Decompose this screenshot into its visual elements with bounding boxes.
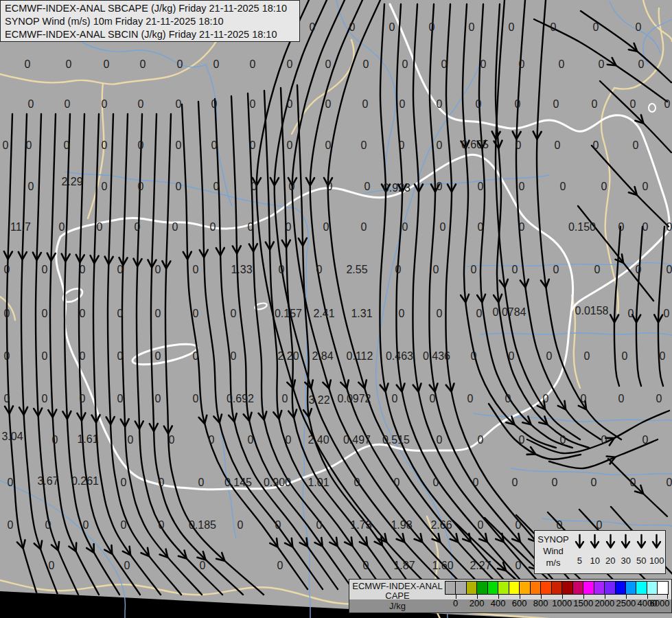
map-zero-label: 0 [80,308,86,319]
wind-legend-arrows [572,534,664,554]
map-zero-label: 0 [664,308,670,319]
map-zero-label: 0 [543,393,549,404]
map-zero-label: 0 [593,139,599,151]
map-zero-label: 0 [471,350,477,362]
map-zero-label: 0 [584,350,590,362]
map-zero-label: 0 [102,139,108,151]
map-zero-label: 0 [42,350,48,362]
map-zero-label: 0 [250,139,256,151]
cape-color-cell [658,582,667,594]
map-zero-label: 0 [209,434,215,446]
map-zero-label: 0 [618,393,625,404]
map-zero-label: 0 [97,221,103,233]
cape-color-cell [531,582,541,594]
map-zero-label: 0 [667,477,672,488]
map-value-label: 0.0972 [338,393,371,404]
map-value-label: 11.7 [10,221,31,233]
map-zero-label: 0 [581,393,587,404]
map-zero-label: 0 [441,58,448,70]
map-zero-label: 0 [323,221,329,233]
map-value-label: 0.0784 [493,306,526,318]
map-zero-label: 0 [83,519,89,531]
map-zero-label: 0 [362,98,369,110]
map-zero-label: 0 [433,264,439,275]
map-zero-label: 0 [4,264,10,275]
map-zero-label: 0 [478,519,484,531]
map-zero-label: 0 [437,181,443,192]
map-zero-label: 0 [429,21,435,33]
map-zero-label: 0 [8,477,14,488]
map-zero-label: 0 [250,98,256,110]
map-zero-label: 0 [80,264,86,275]
map-zero-label: 0 [519,221,525,233]
map-zero-label: 0 [440,221,446,233]
map-zero-label: 0 [389,21,395,33]
map-zero-label: 0 [478,181,484,192]
map-zero-label: 0 [138,98,144,110]
cape-color-cell [594,582,605,594]
map-zero-label: 0 [121,519,127,531]
map-zero-label: 0 [394,477,400,488]
wind-legend-speed-label: 10 [588,556,603,566]
map-zero-label: 0 [469,21,475,33]
map-zero-label: 0 [593,21,599,33]
map-zero-label: 0 [467,393,474,404]
map-zero-label: 0 [592,98,598,110]
map-zero-label: 0 [519,58,525,70]
map-zero-label: 0 [42,393,48,404]
map-zero-label: 0 [601,434,607,446]
map-zero-label: 0 [667,264,672,275]
map-zero-label: 0 [512,264,518,275]
map-zero-label: 0 [52,434,58,446]
map-zero-label: 0 [667,221,672,233]
map-zero-label: 0 [211,98,218,110]
map-zero-label: 0 [478,434,484,446]
map-zero-label: 0 [515,139,522,151]
cape-color-cell [445,582,456,594]
map-zero-label: 0 [59,221,65,233]
cape-color-cell [488,582,498,594]
map-zero-label: 0 [515,98,521,110]
cape-color-cell [477,582,487,594]
map-zero-label: 0 [64,139,70,151]
map-zero-label: 0 [128,434,134,446]
cape-color-cell [456,582,466,594]
map-zero-label: 0 [628,308,634,319]
map-zero-label: 0 [45,519,51,531]
map-zero-label: 0 [325,58,332,70]
map-value-label: 0.497 [343,434,371,446]
map-zero-label: 0 [287,58,293,70]
map-zero-label: 0 [551,21,557,33]
map-value-label: 3.04 [1,431,23,442]
map-zero-label: 0 [65,98,71,110]
map-zero-label: 0 [66,58,72,70]
map-zero-label: 0 [25,58,31,70]
map-zero-label: 0 [4,350,10,362]
map-zero-label: 0 [656,393,662,404]
map-zero-label: 0 [642,181,649,192]
map-value-label: 0.150 [568,221,596,233]
weather-map-canvas: 0000000000000000000000000000000000000000… [0,0,672,618]
wind-legend-arrow-icon [618,534,634,554]
wind-legend-title-line3: m/s [535,557,572,569]
map-zero-label: 0 [316,264,323,275]
map-title-box: ECMWF-INDEX-ANAL SBCAPE (J/kg) Friday 21… [0,0,300,42]
map-value-label: 2.55 [346,264,367,275]
map-zero-label: 0 [155,350,161,362]
map-zero-label: 0 [512,477,518,488]
map-zero-label: 0 [473,477,479,488]
map-zero-label: 0 [601,181,607,192]
map-zero-label: 0 [172,221,178,233]
map-zero-label: 0 [363,58,369,70]
map-value-label: 3.67 [37,475,58,487]
map-zero-label: 0 [176,98,182,110]
map-zero-label: 0 [42,264,48,275]
map-zero-label: 0 [349,21,356,33]
map-value-label: 0.261 [71,475,99,487]
map-zero-label: 0 [476,308,483,319]
map-zero-label: 0 [505,393,511,404]
map-zero-label: 0 [559,58,565,70]
map-value-label: 3.22 [308,394,329,406]
map-zero-label: 0 [433,477,439,488]
map-zero-label: 0 [437,139,443,151]
